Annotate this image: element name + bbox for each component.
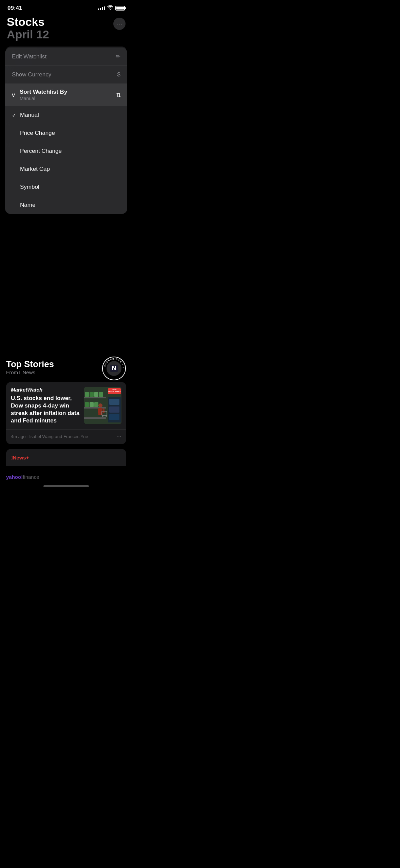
svg-rect-18 <box>98 409 99 413</box>
apple-logo-icon:  <box>19 369 21 375</box>
top-stories-header: Top Stories From  News SUBSCRIBER • EDI… <box>6 359 126 381</box>
news-meta: 4m ago · Isabel Wang and Frances Yue <box>11 434 88 439</box>
subscriber-badge: SUBSCRIBER • EDITION N <box>102 356 126 381</box>
show-currency-item[interactable]: Show Currency $ <box>5 66 127 84</box>
sort-option-market-cap[interactable]: Market Cap <box>5 160 127 178</box>
battery-icon <box>115 6 125 11</box>
svg-rect-8 <box>84 417 106 419</box>
news-more-icon[interactable]: ··· <box>116 433 121 440</box>
svg-rect-7 <box>84 407 106 409</box>
sort-chevron-icon: ∨ <box>11 91 16 99</box>
news-footer: 4m ago · Isabel Wang and Frances Yue ··· <box>6 429 126 444</box>
news-card[interactable]: MarketWatch U.S. stocks end lower, Dow s… <box>6 382 126 444</box>
svg-text:LOW!: LOW! <box>112 388 117 391</box>
sort-option-label: Manual <box>20 112 39 119</box>
svg-rect-10 <box>90 392 94 397</box>
sort-option-percent-change[interactable]: Percent Change <box>5 142 127 160</box>
status-icons <box>98 5 125 11</box>
sort-option-label: Price Change <box>20 130 55 137</box>
svg-rect-11 <box>94 392 98 397</box>
home-bar <box>43 485 89 487</box>
sort-option-label: Name <box>20 202 35 209</box>
yahoo-finance-footer: yahoo!finance <box>0 470 132 482</box>
newsplus-banner[interactable]: News+ <box>6 449 126 466</box>
svg-rect-29 <box>109 414 119 420</box>
dropdown-menu: Edit Watchlist ✏ Show Currency $ ∨ Sort … <box>5 48 127 214</box>
top-stories-title: Top Stories <box>6 359 54 369</box>
show-currency-label: Show Currency <box>12 71 51 78</box>
news-source: From  News <box>6 369 54 375</box>
svg-rect-15 <box>94 402 98 407</box>
sort-option-symbol[interactable]: Symbol <box>5 178 127 196</box>
home-indicator <box>0 482 132 489</box>
header: Stocks April 12 ··· <box>0 14 132 44</box>
svg-text:WHOA THAT'S: WHOA THAT'S <box>108 391 121 393</box>
svg-rect-27 <box>109 399 119 405</box>
svg-rect-9 <box>85 392 89 397</box>
svg-rect-14 <box>90 402 94 407</box>
header-title: Stocks April 12 <box>7 16 49 41</box>
svg-rect-6 <box>84 397 106 398</box>
sort-option-label: Symbol <box>20 184 39 191</box>
edit-icon: ✏ <box>116 53 120 60</box>
currency-icon: $ <box>117 71 120 78</box>
header-date: April 12 <box>7 28 49 41</box>
more-button[interactable]: ··· <box>113 18 126 30</box>
svg-point-16 <box>98 403 102 408</box>
news-thumbnail: WHOA THAT'S LOW! <box>84 387 121 424</box>
sort-option-name[interactable]: Name <box>5 196 127 214</box>
svg-point-22 <box>106 415 107 417</box>
news-brand: MarketWatch <box>11 387 80 393</box>
status-bar: 09:41 <box>0 0 132 14</box>
svg-point-21 <box>102 415 103 417</box>
svg-rect-13 <box>85 402 89 407</box>
sort-option-price-change[interactable]: Price Change <box>5 124 127 142</box>
edit-watchlist-label: Edit Watchlist <box>12 53 46 60</box>
svg-rect-28 <box>109 406 119 413</box>
more-dots-icon: ··· <box>116 20 122 28</box>
yahoo-finance-text: yahoo!finance <box>6 474 39 480</box>
sort-option-label: Percent Change <box>20 148 62 155</box>
news-headline: U.S. stocks end lower, Dow snaps 4-day w… <box>11 395 80 424</box>
sort-watchlist-header[interactable]: ∨ Sort Watchlist By Manual ⇅ <box>5 84 127 106</box>
sort-arrows-icon: ⇅ <box>116 91 121 99</box>
edit-watchlist-item[interactable]: Edit Watchlist ✏ <box>5 48 127 66</box>
svg-text:N: N <box>112 365 116 372</box>
top-stories-wrapper: Top Stories From  News SUBSCRIBER • EDI… <box>0 353 132 489</box>
sort-option-manual[interactable]: ✓ Manual <box>5 106 127 124</box>
signal-icon <box>98 6 105 10</box>
top-stories-section: Top Stories From  News SUBSCRIBER • EDI… <box>0 353 132 470</box>
newsplus-logo: News+ <box>11 455 29 460</box>
sort-subtitle: Manual <box>20 96 116 101</box>
checkmark-icon: ✓ <box>12 112 20 119</box>
svg-rect-12 <box>99 392 103 397</box>
status-time: 09:41 <box>7 5 22 12</box>
sort-title: Sort Watchlist By <box>20 89 116 95</box>
sort-option-label: Market Cap <box>20 166 50 173</box>
app-title: Stocks <box>7 16 49 28</box>
wifi-icon <box>107 5 113 11</box>
svg-rect-19 <box>103 409 104 413</box>
